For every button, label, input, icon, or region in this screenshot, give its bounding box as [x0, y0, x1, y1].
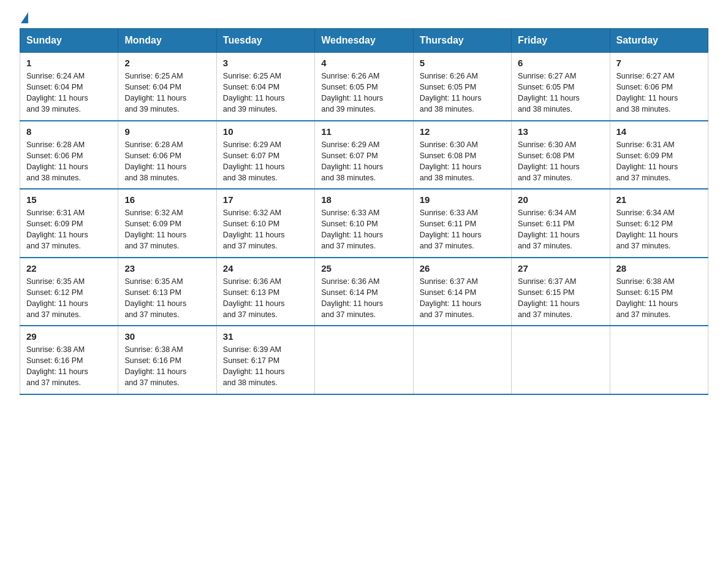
calendar-week-row: 8 Sunrise: 6:28 AMSunset: 6:06 PMDayligh…: [20, 121, 708, 190]
calendar-cell: 22 Sunrise: 6:35 AMSunset: 6:12 PMDaylig…: [20, 258, 118, 326]
calendar-cell: 5 Sunrise: 6:26 AMSunset: 6:05 PMDayligh…: [413, 53, 511, 121]
weekday-header-wednesday: Wednesday: [315, 29, 413, 53]
day-number: 1: [26, 58, 112, 68]
calendar-cell: 4 Sunrise: 6:26 AMSunset: 6:05 PMDayligh…: [315, 53, 413, 121]
calendar-cell: [512, 326, 610, 394]
day-number: 5: [420, 58, 505, 68]
calendar-cell: [413, 326, 511, 394]
calendar-cell: 14 Sunrise: 6:31 AMSunset: 6:09 PMDaylig…: [610, 121, 708, 190]
day-number: 13: [518, 126, 603, 137]
calendar-cell: 21 Sunrise: 6:34 AMSunset: 6:12 PMDaylig…: [610, 189, 708, 258]
day-info: Sunrise: 6:32 AMSunset: 6:10 PMDaylight:…: [223, 209, 285, 250]
day-number: 7: [616, 58, 702, 68]
day-number: 25: [321, 263, 406, 274]
calendar-cell: 3 Sunrise: 6:25 AMSunset: 6:04 PMDayligh…: [216, 53, 314, 121]
day-number: 8: [26, 126, 112, 137]
day-info: Sunrise: 6:29 AMSunset: 6:07 PMDaylight:…: [321, 140, 383, 182]
calendar-cell: 11 Sunrise: 6:29 AMSunset: 6:07 PMDaylig…: [315, 121, 413, 190]
day-info: Sunrise: 6:30 AMSunset: 6:08 PMDaylight:…: [420, 140, 482, 182]
day-number: 30: [124, 331, 210, 342]
calendar-cell: 28 Sunrise: 6:38 AMSunset: 6:15 PMDaylig…: [610, 258, 708, 326]
day-info: Sunrise: 6:25 AMSunset: 6:04 PMDaylight:…: [223, 72, 285, 113]
day-info: Sunrise: 6:27 AMSunset: 6:05 PMDaylight:…: [518, 72, 580, 113]
day-number: 3: [223, 58, 308, 68]
day-info: Sunrise: 6:26 AMSunset: 6:05 PMDaylight:…: [420, 72, 482, 113]
day-info: Sunrise: 6:33 AMSunset: 6:10 PMDaylight:…: [321, 209, 383, 250]
day-info: Sunrise: 6:33 AMSunset: 6:11 PMDaylight:…: [420, 209, 482, 250]
day-info: Sunrise: 6:26 AMSunset: 6:05 PMDaylight:…: [321, 72, 383, 113]
calendar-cell: 23 Sunrise: 6:35 AMSunset: 6:13 PMDaylig…: [118, 258, 216, 326]
weekday-header-monday: Monday: [118, 29, 216, 53]
day-info: Sunrise: 6:37 AMSunset: 6:15 PMDaylight:…: [518, 277, 580, 319]
calendar-cell: 26 Sunrise: 6:37 AMSunset: 6:14 PMDaylig…: [413, 258, 511, 326]
calendar-cell: 13 Sunrise: 6:30 AMSunset: 6:08 PMDaylig…: [512, 121, 610, 190]
day-info: Sunrise: 6:29 AMSunset: 6:07 PMDaylight:…: [223, 140, 285, 182]
day-number: 29: [26, 331, 112, 342]
calendar-cell: 31 Sunrise: 6:39 AMSunset: 6:17 PMDaylig…: [216, 326, 314, 394]
calendar-week-row: 15 Sunrise: 6:31 AMSunset: 6:09 PMDaylig…: [20, 189, 708, 258]
page-header: [20, 15, 708, 21]
calendar-cell: 18 Sunrise: 6:33 AMSunset: 6:10 PMDaylig…: [315, 189, 413, 258]
day-info: Sunrise: 6:38 AMSunset: 6:16 PMDaylight:…: [124, 345, 186, 387]
day-info: Sunrise: 6:28 AMSunset: 6:06 PMDaylight:…: [26, 140, 88, 182]
calendar-cell: 9 Sunrise: 6:28 AMSunset: 6:06 PMDayligh…: [118, 121, 216, 190]
calendar-cell: [315, 326, 413, 394]
day-info: Sunrise: 6:32 AMSunset: 6:09 PMDaylight:…: [124, 209, 186, 250]
day-number: 19: [420, 194, 505, 205]
weekday-header-sunday: Sunday: [20, 29, 118, 53]
day-number: 21: [616, 194, 702, 205]
day-number: 27: [518, 263, 603, 274]
calendar-cell: 1 Sunrise: 6:24 AMSunset: 6:04 PMDayligh…: [20, 53, 118, 121]
calendar-cell: 10 Sunrise: 6:29 AMSunset: 6:07 PMDaylig…: [216, 121, 314, 190]
day-number: 10: [223, 126, 308, 137]
day-info: Sunrise: 6:24 AMSunset: 6:04 PMDaylight:…: [26, 72, 88, 113]
calendar-table: SundayMondayTuesdayWednesdayThursdayFrid…: [20, 28, 708, 395]
weekday-header-saturday: Saturday: [610, 29, 708, 53]
calendar-cell: 6 Sunrise: 6:27 AMSunset: 6:05 PMDayligh…: [512, 53, 610, 121]
calendar-cell: 25 Sunrise: 6:36 AMSunset: 6:14 PMDaylig…: [315, 258, 413, 326]
calendar-cell: 30 Sunrise: 6:38 AMSunset: 6:16 PMDaylig…: [118, 326, 216, 394]
calendar-week-row: 22 Sunrise: 6:35 AMSunset: 6:12 PMDaylig…: [20, 258, 708, 326]
day-number: 20: [518, 194, 603, 205]
day-info: Sunrise: 6:30 AMSunset: 6:08 PMDaylight:…: [518, 140, 580, 182]
logo-general-text: [20, 15, 28, 26]
logo: [20, 15, 28, 21]
calendar-cell: 27 Sunrise: 6:37 AMSunset: 6:15 PMDaylig…: [512, 258, 610, 326]
day-number: 22: [26, 263, 112, 274]
day-info: Sunrise: 6:35 AMSunset: 6:13 PMDaylight:…: [124, 277, 186, 319]
calendar-header-row: SundayMondayTuesdayWednesdayThursdayFrid…: [20, 29, 708, 53]
calendar-week-row: 29 Sunrise: 6:38 AMSunset: 6:16 PMDaylig…: [20, 326, 708, 394]
day-number: 23: [124, 263, 210, 274]
day-number: 2: [124, 58, 210, 68]
day-number: 17: [223, 194, 308, 205]
calendar-cell: 2 Sunrise: 6:25 AMSunset: 6:04 PMDayligh…: [118, 53, 216, 121]
day-info: Sunrise: 6:25 AMSunset: 6:04 PMDaylight:…: [124, 72, 186, 113]
day-number: 6: [518, 58, 603, 68]
day-number: 24: [223, 263, 308, 274]
day-number: 31: [223, 331, 308, 342]
calendar-cell: 24 Sunrise: 6:36 AMSunset: 6:13 PMDaylig…: [216, 258, 314, 326]
calendar-cell: [610, 326, 708, 394]
calendar-cell: 16 Sunrise: 6:32 AMSunset: 6:09 PMDaylig…: [118, 189, 216, 258]
day-info: Sunrise: 6:36 AMSunset: 6:13 PMDaylight:…: [223, 277, 285, 319]
calendar-cell: 17 Sunrise: 6:32 AMSunset: 6:10 PMDaylig…: [216, 189, 314, 258]
day-info: Sunrise: 6:38 AMSunset: 6:15 PMDaylight:…: [616, 277, 678, 319]
calendar-cell: 19 Sunrise: 6:33 AMSunset: 6:11 PMDaylig…: [413, 189, 511, 258]
weekday-header-thursday: Thursday: [413, 29, 511, 53]
day-info: Sunrise: 6:28 AMSunset: 6:06 PMDaylight:…: [124, 140, 186, 182]
day-info: Sunrise: 6:31 AMSunset: 6:09 PMDaylight:…: [26, 209, 88, 250]
day-info: Sunrise: 6:35 AMSunset: 6:12 PMDaylight:…: [26, 277, 88, 319]
calendar-cell: 12 Sunrise: 6:30 AMSunset: 6:08 PMDaylig…: [413, 121, 511, 190]
calendar-week-row: 1 Sunrise: 6:24 AMSunset: 6:04 PMDayligh…: [20, 53, 708, 121]
day-number: 26: [420, 263, 505, 274]
calendar-cell: 20 Sunrise: 6:34 AMSunset: 6:11 PMDaylig…: [512, 189, 610, 258]
day-number: 9: [124, 126, 210, 137]
day-info: Sunrise: 6:27 AMSunset: 6:06 PMDaylight:…: [616, 72, 678, 113]
calendar-body: 1 Sunrise: 6:24 AMSunset: 6:04 PMDayligh…: [20, 53, 708, 394]
day-number: 14: [616, 126, 702, 137]
calendar-cell: 7 Sunrise: 6:27 AMSunset: 6:06 PMDayligh…: [610, 53, 708, 121]
day-info: Sunrise: 6:38 AMSunset: 6:16 PMDaylight:…: [26, 345, 88, 387]
day-info: Sunrise: 6:34 AMSunset: 6:11 PMDaylight:…: [518, 209, 580, 250]
weekday-header-friday: Friday: [512, 29, 610, 53]
logo-triangle-icon: [21, 12, 28, 23]
